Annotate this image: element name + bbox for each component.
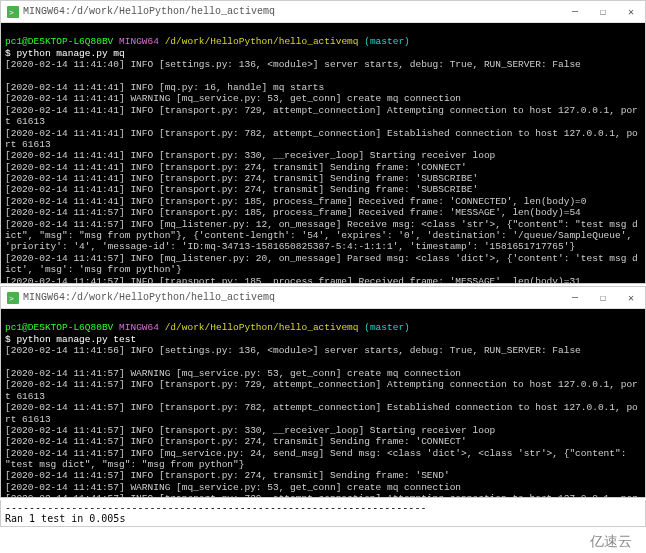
log-output-1: [2020-02-14 11:41:40] INFO [settings.py:… (5, 59, 638, 283)
svg-text:>: > (9, 294, 14, 303)
terminal-window-2: > MINGW64:/d/work/HelloPython/hello_acti… (0, 286, 646, 498)
log-output-2: [2020-02-14 11:41:56] INFO [settings.py:… (5, 345, 644, 497)
close-button[interactable]: ✕ (617, 1, 645, 23)
watermark: 亿速云 (0, 527, 646, 553)
test-result-footer: ----------------------------------------… (0, 500, 646, 527)
terminal-body-1[interactable]: pc1@DESKTOP-L6Q80BV MINGW64 /d/work/Hell… (1, 23, 645, 283)
prompt-mingw: MINGW64 (119, 36, 159, 47)
command-line: $ python manage.py test (5, 334, 136, 345)
prompt-path: /d/work/HelloPython/hello_activemq (165, 322, 359, 333)
window-title: MINGW64:/d/work/HelloPython/hello_active… (23, 6, 275, 17)
prompt-mingw: MINGW64 (119, 322, 159, 333)
terminal-window-1: > MINGW64:/d/work/HelloPython/hello_acti… (0, 0, 646, 284)
titlebar-title-area: > MINGW64:/d/work/HelloPython/hello_acti… (7, 6, 275, 18)
prompt-user: pc1@DESKTOP-L6Q80BV (5, 36, 113, 47)
prompt-path: /d/work/HelloPython/hello_activemq (165, 36, 359, 47)
window-title: MINGW64:/d/work/HelloPython/hello_active… (23, 292, 275, 303)
mingw-icon: > (7, 6, 19, 18)
divider-line: ----------------------------------------… (5, 502, 426, 513)
minimize-button[interactable]: — (561, 287, 589, 309)
command-line: $ python manage.py mq (5, 48, 125, 59)
titlebar-1[interactable]: > MINGW64:/d/work/HelloPython/hello_acti… (1, 1, 645, 23)
maximize-button[interactable]: ☐ (589, 287, 617, 309)
window-controls: — ☐ ✕ (561, 287, 645, 309)
titlebar-title-area: > MINGW64:/d/work/HelloPython/hello_acti… (7, 292, 275, 304)
prompt-user: pc1@DESKTOP-L6Q80BV (5, 322, 113, 333)
window-controls: — ☐ ✕ (561, 1, 645, 23)
test-summary: Ran 1 test in 0.005s (5, 513, 125, 524)
titlebar-2[interactable]: > MINGW64:/d/work/HelloPython/hello_acti… (1, 287, 645, 309)
prompt-branch: (master) (364, 322, 410, 333)
terminal-body-2[interactable]: pc1@DESKTOP-L6Q80BV MINGW64 /d/work/Hell… (1, 309, 645, 497)
svg-text:>: > (9, 8, 14, 17)
close-button[interactable]: ✕ (617, 287, 645, 309)
maximize-button[interactable]: ☐ (589, 1, 617, 23)
mingw-icon: > (7, 292, 19, 304)
minimize-button[interactable]: — (561, 1, 589, 23)
prompt-branch: (master) (364, 36, 410, 47)
